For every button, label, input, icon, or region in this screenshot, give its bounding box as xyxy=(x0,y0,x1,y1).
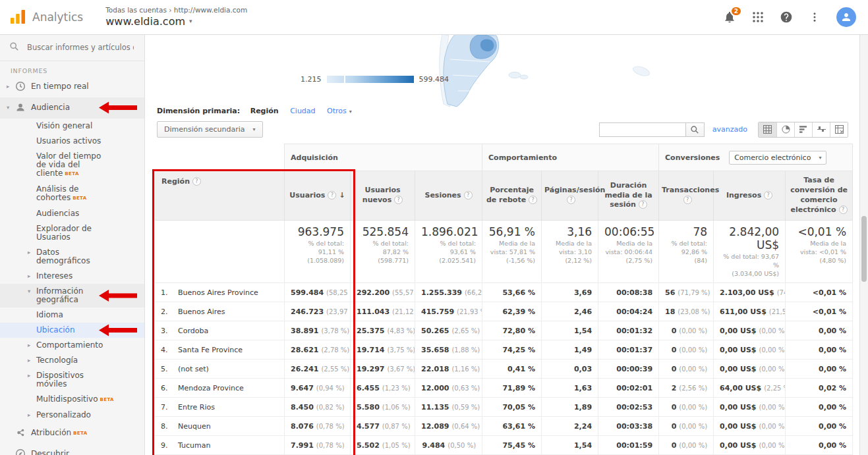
table-search-button[interactable] xyxy=(686,122,705,137)
region-name[interactable]: Cordoba xyxy=(178,327,208,335)
table-row[interactable]: 9.Tucuman7.991(0,78 %)5.502(1,05 %)9.484… xyxy=(155,436,853,455)
table-search-input[interactable] xyxy=(599,122,686,137)
chevron-right-icon[interactable]: ▸ xyxy=(28,248,36,257)
chevron-right-icon[interactable]: ▸ xyxy=(28,371,36,380)
view-comparison-button[interactable] xyxy=(812,122,830,137)
help-button[interactable] xyxy=(780,11,793,24)
sidebar-item-usuarios-activos[interactable]: Usuarios activos xyxy=(0,134,144,149)
sidebar-item-informacion-geografica[interactable]: ▾Información geográfica xyxy=(0,284,144,308)
sidebar-item-audiencias[interactable]: Audiencias xyxy=(0,206,144,221)
region-name[interactable]: Buenos Aires Province xyxy=(178,288,258,297)
sidebar-search[interactable] xyxy=(0,34,144,61)
analytics-logo[interactable]: Analytics xyxy=(9,9,83,26)
more-options-button[interactable] xyxy=(809,11,821,23)
account-name[interactable]: www.eldia.com xyxy=(105,15,185,28)
chevron-right-icon[interactable]: ▸ xyxy=(28,272,36,281)
table-row[interactable]: 7.Entre Rios8.450(0,82 %)5.580(1,06 %)11… xyxy=(155,398,853,417)
column-header-tasa-de-conversion-de-comercio-electronico[interactable]: Tasa de conversión de comercio electróni… xyxy=(786,171,853,221)
column-header-region[interactable]: Región xyxy=(155,171,285,221)
help-icon[interactable] xyxy=(529,196,537,204)
dimension-option-region[interactable]: Región xyxy=(250,107,279,115)
sidebar-item-dispositivos-moviles[interactable]: ▸Dispositivos móviles xyxy=(0,368,144,392)
region-name[interactable]: Mendoza Province xyxy=(178,384,244,392)
region-name[interactable]: (not set) xyxy=(178,365,209,373)
sidebar-item-en-tiempo-real[interactable]: ▸En tiempo real xyxy=(0,76,144,97)
region-name[interactable]: Buenos Aires xyxy=(178,308,225,316)
view-performance-button[interactable] xyxy=(794,122,812,137)
sidebar-item-intereses[interactable]: ▸Intereses xyxy=(0,269,144,284)
account-switcher[interactable]: Todas las cuentas › http://www.eldia.com… xyxy=(105,6,247,28)
region-name[interactable]: Neuquen xyxy=(178,422,211,431)
metric-value: 64,00 US$ xyxy=(720,384,761,392)
sidebar-item-audiencia[interactable]: ▾Audiencia xyxy=(0,97,144,119)
sidebar-item-datos-demograficos[interactable]: ▸Datos demográficos xyxy=(0,245,144,269)
table-row[interactable]: 8.Neuquen8.076(0,78 %)4.577(0,87 %)12.08… xyxy=(155,417,853,436)
notifications-button[interactable]: 2 xyxy=(723,11,736,24)
metric-cell: 0,00 US$(0,00 %) xyxy=(714,321,786,340)
chevron-right-icon[interactable]: ▸ xyxy=(7,82,15,91)
help-icon[interactable] xyxy=(839,205,848,214)
dimension-option-otros[interactable]: Otros▾ xyxy=(327,107,352,115)
sidebar-item-label: Datos demográficos xyxy=(36,248,113,265)
sidebar-item-vision-general[interactable]: Visión general xyxy=(0,119,144,134)
view-percentage-button[interactable] xyxy=(776,122,794,137)
chevron-right-icon[interactable]: ▸ xyxy=(28,341,36,350)
advanced-search-link[interactable]: avanzado xyxy=(712,125,747,134)
column-header-usuarios-nuevos[interactable]: Usuarios nuevos xyxy=(351,171,415,221)
column-header-paginas-sesion[interactable]: Páginas/sesión xyxy=(542,171,598,221)
help-icon[interactable] xyxy=(328,191,336,200)
sidebar-item-ubicacion[interactable]: Ubicación xyxy=(0,323,144,338)
help-icon[interactable] xyxy=(192,177,201,186)
chevron-right-icon[interactable]: ▸ xyxy=(28,356,36,365)
table-row[interactable]: 6.Mendoza Province9.647(0,94 %)6.455(1,2… xyxy=(155,379,853,398)
column-header-sesiones[interactable]: Sesiones xyxy=(415,171,482,221)
secondary-dimension-button[interactable]: Dimensión secundaria ▾ xyxy=(157,121,263,138)
region-name[interactable]: Entre Rios xyxy=(178,403,215,412)
help-icon[interactable] xyxy=(639,200,647,209)
table-row[interactable]: 4.Santa Fe Province28.621(2,78 %)19.714(… xyxy=(155,340,853,360)
sort-desc-icon[interactable]: ↓ xyxy=(339,191,345,200)
column-header-duracion-media-de-la-sesion[interactable]: Duración media de la sesión xyxy=(598,171,659,221)
metric-cell: 246.723(23,97 %) xyxy=(285,302,351,321)
sidebar-item-analisis-de-cohortes[interactable]: Análisis de cohortesBETA xyxy=(0,182,144,206)
apps-grid-button[interactable] xyxy=(752,11,764,23)
chevron-down-icon[interactable]: ▾ xyxy=(7,103,15,112)
column-header-usuarios[interactable]: Usuarios↓ xyxy=(285,171,351,221)
help-icon[interactable] xyxy=(394,196,403,204)
sidebar-item-tecnologia[interactable]: ▸Tecnología xyxy=(0,353,144,368)
help-icon[interactable] xyxy=(464,191,473,200)
sidebar-item-label: Información geográfica xyxy=(36,287,113,304)
sidebar-item-valor-del-tiempo-de-vida-del-cliente[interactable]: Valor del tiempo de vida del clienteBETA xyxy=(0,149,144,182)
view-pivot-button[interactable] xyxy=(830,122,848,137)
sidebar-item-descubrir[interactable]: Descubrir xyxy=(0,444,144,455)
help-icon[interactable] xyxy=(567,196,575,204)
view-table-button[interactable] xyxy=(759,122,776,137)
sidebar-item-explorador-de-usuarios[interactable]: Explorador de Usuarios xyxy=(0,221,144,245)
search-input[interactable] xyxy=(26,42,135,53)
column-header-ingresos[interactable]: Ingresos xyxy=(714,171,786,221)
sidebar-item-personalizado[interactable]: ▸Personalizado xyxy=(0,408,144,423)
help-icon[interactable] xyxy=(764,191,772,200)
sidebar-item-idioma[interactable]: Idioma xyxy=(0,308,144,323)
column-header-transacciones[interactable]: Transacciones xyxy=(659,171,714,221)
dimension-option-ciudad[interactable]: Ciudad xyxy=(290,107,315,115)
table-row[interactable]: 1.Buenos Aires Province599.484(58,25 %)2… xyxy=(155,283,853,302)
table-row[interactable]: 5.(not set)26.241(2,55 %)19.297(3,67 %)2… xyxy=(155,360,853,379)
avatar[interactable] xyxy=(836,7,856,27)
table-row[interactable]: 2.Buenos Aires246.723(23,97 %)111.043(21… xyxy=(155,302,853,321)
chevron-right-icon[interactable]: ▸ xyxy=(28,411,36,419)
region-name[interactable]: Santa Fe Province xyxy=(178,346,243,354)
sidebar-item-atribucion[interactable]: AtribuciónBETA xyxy=(0,423,144,444)
total-cell: <0,01 %Media de la vista: <0,01 %(4,80 %… xyxy=(786,221,853,283)
help-icon[interactable] xyxy=(683,196,692,204)
column-header-porcentaje-de-rebote[interactable]: Porcentaje de rebote xyxy=(482,171,542,221)
chevron-down-icon[interactable]: ▾ xyxy=(28,287,36,296)
scrollbar-thumb[interactable] xyxy=(861,216,867,282)
vertical-scrollbar[interactable] xyxy=(859,34,868,455)
table-row[interactable]: 3.Cordoba38.891(3,78 %)25.375(4,83 %)50.… xyxy=(155,321,853,340)
sidebar-item-multidispositivo[interactable]: MultidispositivoBETA xyxy=(0,392,144,408)
breadcrumb[interactable]: Todas las cuentas › http://www.eldia.com xyxy=(105,6,247,14)
region-name[interactable]: Tucuman xyxy=(178,441,210,450)
sidebar-item-comportamiento[interactable]: ▸Comportamiento xyxy=(0,338,144,353)
conversions-type-select[interactable]: Comercio electrónico ▾ xyxy=(729,151,826,165)
